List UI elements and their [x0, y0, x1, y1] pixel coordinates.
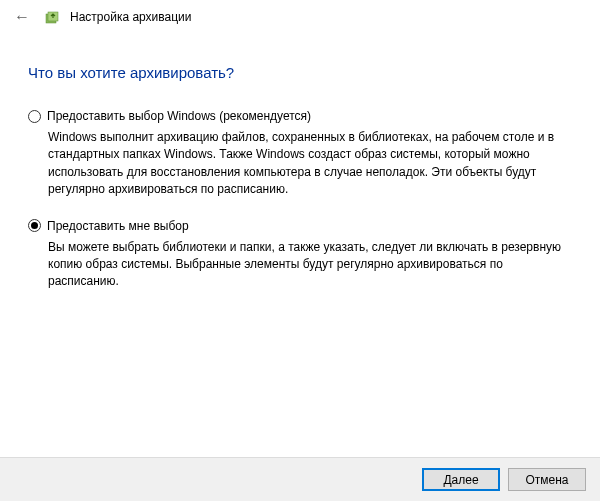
- radio-icon: [28, 219, 41, 232]
- cancel-button[interactable]: Отмена: [508, 468, 586, 491]
- footer-bar: Далее Отмена: [0, 457, 600, 501]
- option-description: Windows выполнит архивацию файлов, сохра…: [48, 129, 572, 199]
- window-title: Настройка архивации: [70, 10, 192, 24]
- option-label: Предоставить мне выбор: [47, 219, 189, 233]
- radio-windows-choice[interactable]: Предоставить выбор Windows (рекомендуетс…: [28, 109, 572, 123]
- radio-icon: [28, 110, 41, 123]
- option-my-choice: Предоставить мне выбор Вы можете выбрать…: [28, 219, 572, 291]
- option-windows-choice: Предоставить выбор Windows (рекомендуетс…: [28, 109, 572, 199]
- radio-my-choice[interactable]: Предоставить мне выбор: [28, 219, 572, 233]
- option-label: Предоставить выбор Windows (рекомендуетс…: [47, 109, 311, 123]
- back-arrow-icon[interactable]: ←: [10, 6, 34, 28]
- next-button[interactable]: Далее: [422, 468, 500, 491]
- option-description: Вы можете выбрать библиотеки и папки, а …: [48, 239, 572, 291]
- page-heading: Что вы хотите архивировать?: [28, 64, 572, 81]
- backup-icon: [44, 9, 60, 25]
